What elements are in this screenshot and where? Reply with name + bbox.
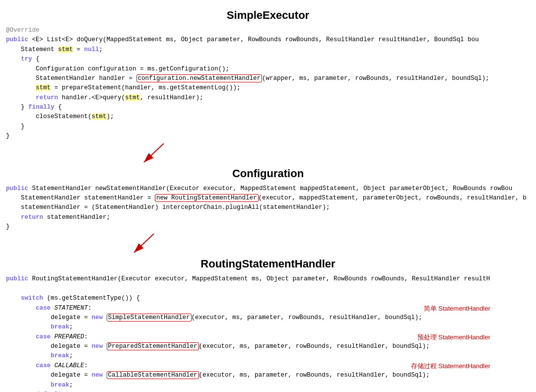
arrow-svg-2 — [0, 234, 536, 254]
code-line: delegate = new SimpleStatementHandler(ex… — [6, 313, 530, 323]
label-simple-statement: 简单 StatementHandler — [424, 304, 490, 314]
code-line: statementHandler = (StatementHandler) in… — [6, 203, 530, 212]
code-line: delegate = new CallableStatementHandler(… — [6, 371, 530, 380]
code-routing-statement-handler: public RoutingStatementHandler(Executor … — [0, 272, 536, 392]
svg-line-1 — [144, 143, 164, 162]
code-line: return handler.<E>query(stmt, resultHand… — [6, 93, 530, 103]
arrow-region-1 — [0, 143, 536, 163]
code-line: delegate = new PreparedStatementHandler(… — [6, 342, 530, 351]
code-line: Statement stmt = null; — [6, 45, 530, 55]
case-callable-line: case CALLABLE: 存储过程 StatementHandler — [6, 361, 530, 371]
code-line: stmt = prepareStatement(handler, ms.getS… — [6, 83, 530, 93]
case-prepared-line: case PREPARED: 预处理 StatementHandler — [6, 332, 530, 342]
code-line: } finally { — [6, 103, 530, 112]
code-line: break; — [6, 351, 530, 361]
arrow-region-2 — [0, 234, 536, 254]
code-line: @Override — [6, 26, 530, 35]
code-line: switch (ms.getStatementType()) { — [6, 294, 530, 303]
code-line: } — [6, 222, 530, 232]
arrow-svg-1 — [0, 143, 536, 163]
code-line: break; — [6, 381, 530, 390]
section-routing-statement-handler: RoutingStatementHandler public RoutingSt… — [0, 258, 536, 392]
code-line: } — [6, 131, 530, 141]
code-line: StatementHandler handler = configuration… — [6, 74, 530, 83]
label-callable-statement: 存储过程 StatementHandler — [411, 361, 490, 371]
code-line: StatementHandler statementHandler = new … — [6, 194, 530, 203]
section-configuration: Configuration public StatementHandler ne… — [0, 167, 536, 234]
svg-line-3 — [134, 234, 154, 253]
code-line: case PREPARED: — [6, 333, 88, 340]
code-line: public <E> List<E> doQuery(MappedStateme… — [6, 35, 530, 45]
label-prepared-statement: 预处理 StatementHandler — [417, 332, 490, 342]
code-line: case CALLABLE: — [6, 362, 88, 369]
code-line: } — [6, 122, 530, 131]
code-line: closeStatement(stmt); — [6, 112, 530, 122]
code-line: return statementHandler; — [6, 213, 530, 222]
code-line — [6, 284, 530, 294]
code-configuration: public StatementHandler newStatementHand… — [0, 182, 536, 234]
section-simple-executor: SimpleExecutor @Override public <E> List… — [0, 9, 536, 143]
case-statement-line: case STATEMENT: 简单 StatementHandler — [6, 304, 530, 313]
title-configuration: Configuration — [0, 167, 536, 180]
code-line: Configuration configuration = ms.getConf… — [6, 65, 530, 74]
code-simple-executor: @Override public <E> List<E> doQuery(Map… — [0, 24, 536, 143]
code-line: break; — [6, 323, 530, 332]
page: SimpleExecutor @Override public <E> List… — [0, 0, 536, 392]
title-routing-statement-handler: RoutingStatementHandler — [0, 258, 536, 270]
code-line: public RoutingStatementHandler(Executor … — [6, 274, 530, 284]
title-simple-executor: SimpleExecutor — [0, 9, 536, 22]
code-line: case STATEMENT: — [6, 305, 92, 312]
code-line: try { — [6, 55, 530, 64]
code-line: public StatementHandler newStatementHand… — [6, 184, 530, 194]
code-line: default: — [6, 390, 530, 392]
